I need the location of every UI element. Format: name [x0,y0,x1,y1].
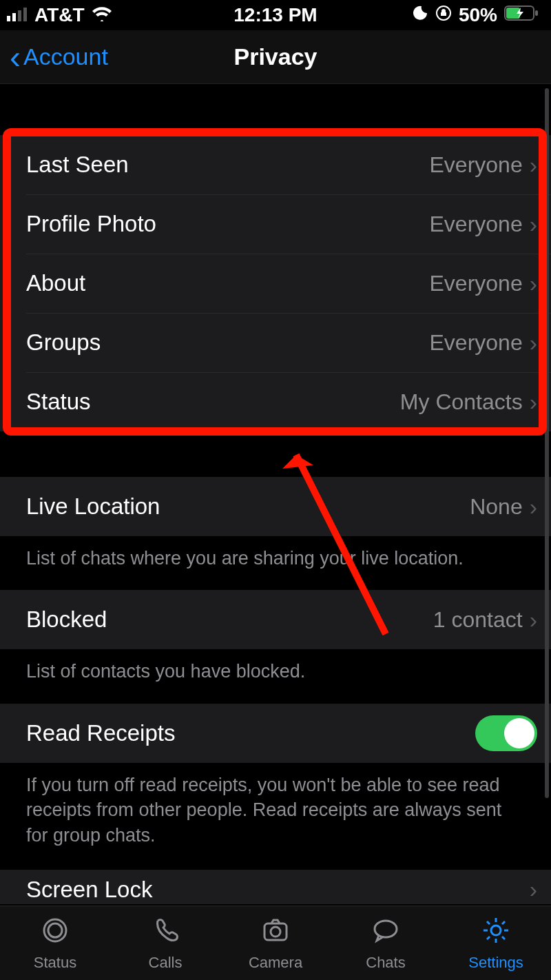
row-label: Last Seen [26,152,129,178]
do-not-disturb-icon [412,4,428,26]
row-blocked[interactable]: Blocked 1 contact › [0,590,551,649]
chat-icon [371,915,401,950]
status-icon [40,915,70,950]
row-about[interactable]: About Everyone › [0,254,551,313]
row-label: Blocked [26,606,107,633]
row-label: Groups [26,329,101,356]
row-label: About [26,270,85,296]
row-value: My Contacts [400,389,530,415]
svg-rect-6 [535,10,538,16]
chevron-right-icon: › [530,152,537,178]
read-receipts-toggle[interactable] [475,715,537,751]
row-read-receipts: Read Receipts [0,704,551,763]
carrier-label: AT&T [34,4,85,26]
svg-point-9 [48,923,62,937]
live-location-footer: List of chats where you are sharing your… [0,536,551,590]
row-label: Profile Photo [26,211,156,237]
row-label: Live Location [26,493,160,520]
row-value: Everyone [429,212,529,237]
row-value: None [470,494,530,520]
row-screen-lock[interactable]: Screen Lock › [0,870,551,904]
battery-icon [504,4,539,26]
status-bar: AT&T 12:13 PM 50% [0,0,551,30]
chevron-right-icon: › [530,389,537,416]
row-label: Read Receipts [26,720,175,746]
phone-icon [150,915,180,950]
cellular-signal-icon [7,4,28,26]
blocked-footer: List of contacts you have blocked. [0,649,551,703]
row-label: Status [26,389,91,415]
battery-percent: 50% [459,4,497,26]
screen-lock-group: Screen Lock › [0,870,551,904]
tab-camera[interactable]: Camera [220,906,331,980]
svg-rect-2 [18,10,21,21]
privacy-visibility-group: Last Seen Everyone › Profile Photo Every… [0,135,551,431]
tab-label: Calls [149,954,183,972]
svg-line-18 [487,921,490,924]
row-groups[interactable]: Groups Everyone › [0,313,551,372]
chevron-right-icon: › [530,606,537,633]
chevron-right-icon: › [530,211,537,238]
tab-label: Camera [249,954,302,972]
tab-chats[interactable]: Chats [331,906,441,980]
svg-rect-0 [7,16,10,21]
svg-point-11 [271,927,280,937]
chevron-right-icon: › [530,493,537,520]
tab-label: Chats [366,954,405,972]
svg-rect-1 [12,13,16,21]
row-value: 1 contact [433,607,530,633]
svg-line-19 [502,937,505,939]
row-value: Everyone [429,271,529,296]
live-location-group: Live Location None › [0,477,551,536]
tab-settings[interactable]: Settings [441,906,551,980]
chevron-left-icon: ‹ [10,41,21,74]
chevron-right-icon: › [530,329,537,356]
svg-line-20 [502,921,505,924]
blocked-group: Blocked 1 contact › [0,590,551,649]
row-value: Everyone [429,152,529,178]
read-receipts-group: Read Receipts [0,704,551,763]
svg-point-12 [375,921,397,937]
tab-label: Status [34,954,76,972]
row-live-location[interactable]: Live Location None › [0,477,551,536]
gear-icon [481,915,511,950]
row-profile-photo[interactable]: Profile Photo Everyone › [0,194,551,254]
row-last-seen[interactable]: Last Seen Everyone › [0,135,551,194]
row-value: Everyone [429,330,529,356]
wifi-icon [92,4,112,26]
row-status[interactable]: Status My Contacts › [0,372,551,431]
row-label: Screen Lock [26,877,152,903]
tab-status[interactable]: Status [0,906,110,980]
camera-icon [260,915,291,950]
nav-header: ‹ Account Privacy [0,30,551,84]
chevron-right-icon: › [530,876,537,903]
tab-label: Settings [468,954,523,972]
tab-calls[interactable]: Calls [110,906,220,980]
tab-bar: Status Calls Camera Chats [0,906,551,980]
chevron-right-icon: › [530,270,537,297]
read-receipts-footer: If you turn off read receipts, you won't… [0,763,551,867]
back-button[interactable]: ‹ Account [0,41,108,74]
svg-rect-3 [23,8,27,21]
svg-line-21 [487,937,490,939]
orientation-lock-icon [435,4,452,26]
svg-point-13 [491,926,501,935]
scroll-indicator[interactable] [545,88,549,798]
content-scroll[interactable]: Last Seen Everyone › Profile Photo Every… [0,84,551,906]
back-label: Account [23,43,108,70]
